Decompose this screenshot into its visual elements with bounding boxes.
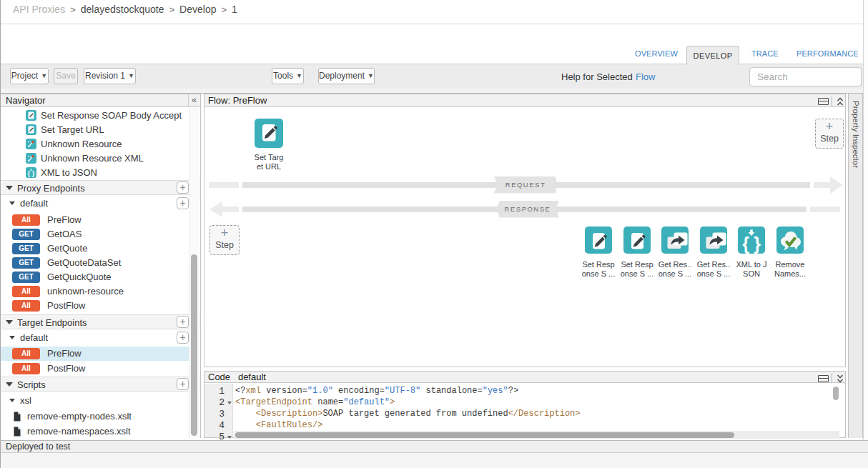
svg-text:{: { xyxy=(742,234,749,254)
svg-text:}: } xyxy=(754,234,761,254)
